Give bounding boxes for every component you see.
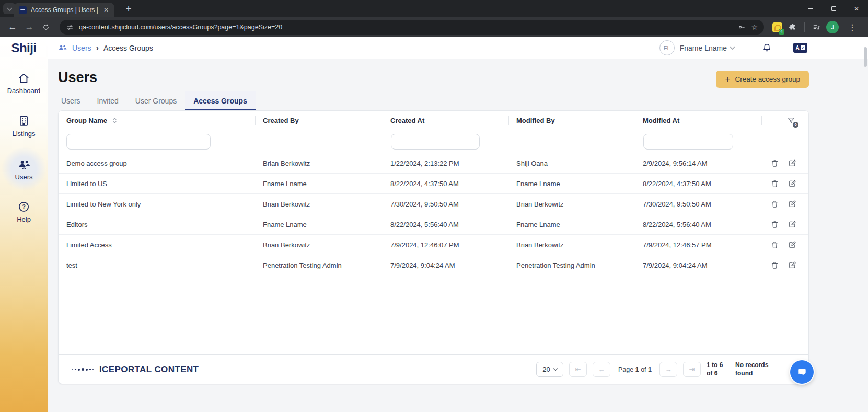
page-title: Users	[58, 70, 97, 86]
breadcrumb-users-link[interactable]: Users	[72, 44, 91, 52]
trash-icon	[770, 241, 779, 249]
column-header-group-name[interactable]: Group Name	[59, 111, 255, 130]
extensions-puzzle-icon[interactable]	[788, 22, 797, 32]
trash-icon	[770, 261, 779, 270]
table-row: Limited to New York only Brian Berkowitz…	[59, 193, 808, 214]
table-empty-space	[59, 275, 808, 354]
delete-button[interactable]	[770, 241, 779, 249]
url-text[interactable]: qa-content.shijicloud.com/users/accessGr…	[79, 24, 732, 31]
cell-created-by: Penetration Testing Admin	[255, 261, 383, 269]
tab-close-icon[interactable]: ✕	[102, 6, 110, 14]
browser-menu-icon[interactable]: ⋮	[844, 22, 861, 32]
edit-icon	[788, 179, 797, 188]
delete-button[interactable]	[770, 159, 779, 168]
edit-button[interactable]	[788, 179, 797, 188]
forward-button[interactable]: →	[22, 20, 37, 35]
delete-button[interactable]	[770, 261, 779, 270]
notifications-button[interactable]	[761, 42, 772, 53]
edit-icon	[788, 220, 797, 229]
browser-tab[interactable]: Access Groups | Users | Shiji ✕	[14, 3, 114, 17]
breadcrumb-chevron-icon: ›	[96, 44, 99, 52]
first-page-button[interactable]: ⇤	[569, 362, 587, 377]
users-breadcrumb-icon	[57, 43, 67, 53]
plus-icon: +	[725, 75, 730, 84]
maximize-button[interactable]	[822, 0, 845, 17]
bookmark-star-icon[interactable]: ☆	[751, 23, 758, 31]
delete-button[interactable]	[770, 200, 779, 209]
sidebar-item-listings[interactable]: Listings	[3, 110, 45, 142]
filter-button[interactable]: 0	[786, 116, 796, 125]
browser-tabstrip: Access Groups | Users | Shiji ✕ + ✕	[0, 0, 868, 17]
last-page-button[interactable]: ⇥	[683, 362, 701, 377]
access-groups-table-card: Group Name Created By Created At Modifie…	[58, 110, 809, 384]
cell-modified-at: 7/9/2024, 12:46:57 PM	[635, 241, 761, 249]
window-controls: ✕	[799, 0, 868, 17]
edit-button[interactable]	[788, 260, 797, 270]
svg-text:?: ?	[22, 203, 26, 210]
column-header-created-at[interactable]: Created At	[383, 111, 508, 130]
sort-icon[interactable]	[112, 117, 118, 124]
chevron-down-icon	[7, 5, 12, 10]
page-scrollbar[interactable]	[864, 47, 867, 67]
minimize-button[interactable]	[799, 0, 822, 17]
filter-badge: 0	[793, 122, 798, 128]
back-button[interactable]: ←	[5, 20, 20, 35]
main-content: Users + Create access group Users Invite…	[48, 59, 868, 412]
edit-button[interactable]	[788, 240, 797, 249]
column-header-created-by[interactable]: Created By	[255, 111, 383, 130]
shiji-logo[interactable]: Shiji	[11, 41, 36, 55]
modified-at-filter-input[interactable]	[643, 134, 733, 150]
table-row: Limited Access Brian Berkowitz 7/9/2024,…	[59, 234, 808, 255]
extension-icon[interactable]: 4	[772, 22, 782, 32]
media-controls-icon[interactable]	[812, 23, 821, 32]
next-page-button[interactable]: →	[659, 362, 677, 377]
site-info-icon[interactable]	[66, 24, 74, 31]
table-filter-row	[59, 130, 808, 153]
created-at-filter-input[interactable]	[391, 134, 480, 150]
column-header-modified-at[interactable]: Modified At	[635, 111, 761, 130]
close-button[interactable]: ✕	[845, 0, 868, 17]
sidebar-item-users[interactable]: Users	[3, 153, 45, 185]
column-header-modified-by[interactable]: Modified By	[508, 111, 635, 130]
reload-icon	[42, 23, 50, 31]
tab-access-groups[interactable]: Access Groups	[185, 91, 256, 110]
edit-button[interactable]	[788, 158, 797, 168]
edit-button[interactable]	[788, 220, 797, 229]
browser-profile-avatar[interactable]: J	[826, 21, 839, 33]
prev-page-button[interactable]: ←	[593, 362, 610, 377]
tab-invited[interactable]: Invited	[89, 91, 127, 110]
cell-created-at: 8/22/2024, 4:37:50 AM	[383, 180, 508, 188]
browser-window: Access Groups | Users | Shiji ✕ + ✕ ← → …	[0, 0, 868, 412]
sidebar-item-dashboard[interactable]: Dashboard	[3, 67, 45, 99]
sidebar: Shiji Dashboard Listings Users ? Help	[0, 37, 48, 412]
cell-modified-by: Shiji Oana	[508, 159, 635, 167]
cell-created-at: 7/9/2024, 9:04:24 AM	[383, 261, 508, 269]
password-key-icon[interactable]	[737, 23, 746, 31]
cell-modified-at: 2/9/2024, 9:56:14 AM	[635, 159, 761, 167]
sidebar-item-help[interactable]: ? Help	[3, 196, 45, 228]
user-menu-chevron-icon[interactable]	[730, 44, 735, 50]
translate-icon[interactable]: A Z	[793, 43, 807, 53]
table-row: Demo access group Brian Berkowitz 1/22/2…	[59, 153, 808, 173]
user-name[interactable]: Fname Lname	[680, 44, 727, 52]
page-size-select[interactable]: 20	[536, 362, 563, 377]
edit-button[interactable]	[788, 199, 797, 209]
building-icon	[17, 115, 30, 128]
user-avatar[interactable]: FL	[659, 40, 675, 55]
no-records-text: No records found	[735, 361, 769, 377]
reload-button[interactable]	[39, 20, 53, 35]
cell-modified-at: 8/22/2024, 5:56:40 AM	[635, 221, 761, 228]
delete-button[interactable]	[770, 179, 779, 188]
cell-created-at: 8/22/2024, 5:56:40 AM	[383, 221, 508, 228]
tab-user-groups[interactable]: User Groups	[127, 91, 185, 110]
group-name-filter-input[interactable]	[66, 134, 211, 150]
users-icon	[17, 157, 31, 171]
cell-modified-by: Fname Lname	[508, 180, 635, 188]
chat-widget-button[interactable]	[790, 360, 814, 384]
create-access-group-label: Create access group	[735, 75, 800, 83]
create-access-group-button[interactable]: + Create access group	[716, 71, 809, 88]
tab-users[interactable]: Users	[53, 91, 89, 110]
delete-button[interactable]	[770, 220, 779, 229]
address-bar[interactable]: qa-content.shijicloud.com/users/accessGr…	[60, 20, 764, 35]
new-tab-button[interactable]: +	[122, 3, 135, 15]
